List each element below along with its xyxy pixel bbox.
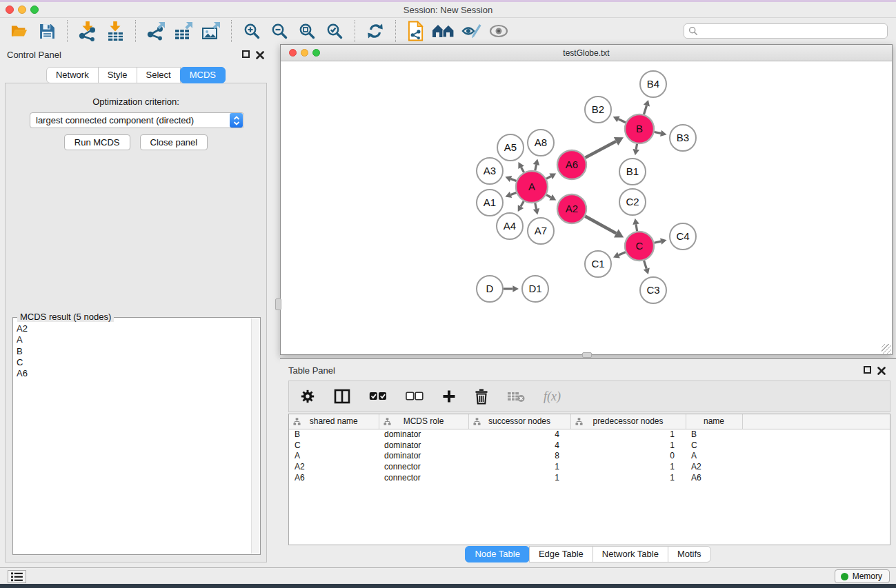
float-table-panel-icon[interactable] [864,366,871,374]
mcds-result-list[interactable]: A2ABCA6 [14,323,251,554]
hide-graphics-details-button[interactable] [459,20,483,42]
table-row[interactable]: Adominator80A [289,451,890,462]
graph-node-B3[interactable]: B3 [670,125,696,151]
table-row[interactable]: Cdominator41C [289,440,890,451]
graph-node-A5[interactable]: A5 [497,134,524,161]
homes-button[interactable] [432,20,455,42]
tab-select[interactable]: Select [137,67,181,83]
svg-text:C3: C3 [646,284,659,296]
column-header-successor-nodes[interactable]: successor nodes [468,414,570,429]
import-network-button[interactable] [76,20,99,42]
show-columns-button[interactable] [334,389,350,404]
frame-resize-grip[interactable] [882,344,891,354]
table-row[interactable]: A6connector11A6 [289,472,890,483]
tab-mcds[interactable]: MCDS [180,67,226,83]
node-table[interactable]: shared nameMCDS rolesuccessor nodesprede… [288,414,890,545]
delete-table-button[interactable] [507,390,525,403]
run-mcds-button[interactable]: Run MCDS [64,134,130,150]
graph-node-A4[interactable]: A4 [497,213,523,239]
birds-eye-toggle-button[interactable] [487,20,510,42]
graph-node-C[interactable]: C [625,232,654,261]
result-scrollbar[interactable] [251,318,259,554]
graph-node-A[interactable]: A [516,171,548,203]
deselect-all-columns-button[interactable] [406,392,424,401]
graph-node-A2[interactable]: A2 [557,194,586,223]
table-row[interactable]: Bdominator41B [289,429,890,440]
tab-network[interactable]: Network [46,67,99,83]
unchecked-boxes-icon [406,392,424,401]
task-history-button[interactable] [8,570,26,583]
export-network-button[interactable] [144,20,168,42]
result-item[interactable]: A [14,334,251,345]
float-panel-icon[interactable] [242,50,250,58]
search-input[interactable] [701,25,887,37]
graph-node-C2[interactable]: C2 [619,189,646,215]
svg-text:D: D [486,283,494,294]
apply-layout-button[interactable] [364,20,387,42]
graph-node-C1[interactable]: C1 [585,251,611,277]
function-builder-button[interactable]: f(x) [544,389,561,404]
close-table-panel-icon[interactable] [877,365,886,374]
memory-button[interactable]: Memory [835,569,890,583]
zoom-fit-button[interactable] [295,20,319,42]
import-table-button[interactable] [103,20,127,42]
add-column-button[interactable] [442,389,456,403]
column-header-shared-name[interactable]: shared name [289,414,379,429]
table-panel: Table Panel [280,358,896,567]
zoom-in-button[interactable] [240,20,263,42]
zoom-out-button[interactable] [268,20,291,42]
result-item[interactable]: A2 [14,323,251,334]
memory-status-dot [841,573,848,580]
graph-node-A8[interactable]: A8 [528,130,554,156]
svg-text:A: A [528,181,535,192]
graph-node-C4[interactable]: C4 [670,223,696,250]
toolbar-separator [355,20,355,42]
export-table-icon [173,21,194,41]
graph-node-D1[interactable]: D1 [522,276,548,302]
zoom-selected-icon [326,22,344,40]
graph-node-B[interactable]: B [625,114,654,143]
network-from-selection-button[interactable] [404,20,428,42]
graph-node-B1[interactable]: B1 [619,159,646,185]
import-table-icon [105,21,126,41]
optimization-criterion-select[interactable]: largest connected component (directed) [30,112,244,128]
graph-node-A7[interactable]: A7 [528,218,554,244]
table-row[interactable]: A2connector11A2 [289,461,890,472]
select-all-columns-button[interactable] [369,392,387,401]
export-image-button[interactable] [199,20,223,42]
svg-text:A7: A7 [535,225,547,236]
column-header-predecessor-nodes[interactable]: predecessor nodes [570,414,686,429]
graph-node-B4[interactable]: B4 [640,71,666,97]
save-floppy-icon [39,23,56,40]
table-tab-network-table[interactable]: Network Table [593,546,668,562]
graph-node-A1[interactable]: A1 [477,190,503,216]
graph-node-D[interactable]: D [477,276,503,302]
table-tab-node-table[interactable]: Node Table [465,546,530,562]
column-settings-button[interactable] [300,389,315,404]
list-icon [11,572,23,582]
horizontal-split-grip[interactable] [582,352,592,358]
vertical-split-grip[interactable] [275,298,281,310]
close-panel-icon[interactable] [256,50,265,59]
graph-node-A6[interactable]: A6 [557,150,586,179]
column-header-MCDS-role[interactable]: MCDS role [379,414,468,429]
open-file-button[interactable] [8,20,31,42]
result-item[interactable]: C [14,357,251,368]
column-header-name[interactable]: name [686,414,742,429]
result-item[interactable]: B [14,346,251,357]
graph-node-B2[interactable]: B2 [585,97,611,123]
close-panel-button[interactable]: Close panel [140,134,208,150]
checked-boxes-icon [369,392,387,401]
search-box[interactable] [684,23,888,39]
export-table-button[interactable] [172,20,195,42]
save-session-button[interactable] [35,20,59,42]
graph-node-C3[interactable]: C3 [640,277,666,303]
graph-node-A3[interactable]: A3 [477,158,503,184]
delete-column-button[interactable] [475,389,488,405]
network-canvas[interactable]: AA1A2A3A4A5A6A7A8BB1B2B3B4CC1C2C3C4DD1 [281,61,892,354]
table-tab-motifs[interactable]: Motifs [668,546,711,562]
table-tab-edge-table[interactable]: Edge Table [529,546,593,562]
result-item[interactable]: A6 [14,368,251,379]
tab-style[interactable]: Style [98,67,137,83]
zoom-selected-button[interactable] [323,20,346,42]
